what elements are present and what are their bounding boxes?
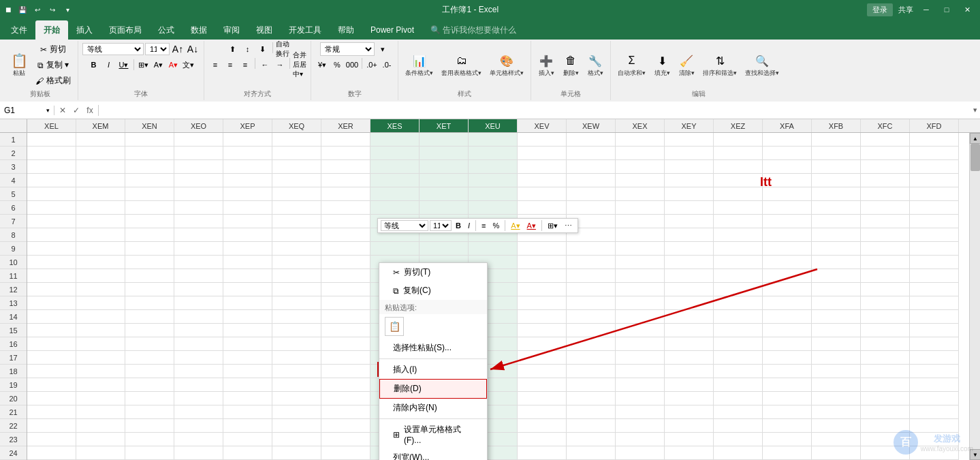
cell-XER10[interactable] bbox=[321, 256, 370, 269]
cell-XFD22[interactable] bbox=[910, 419, 959, 433]
row-num-23[interactable]: 23 bbox=[0, 433, 27, 446]
cell-XEQ1[interactable] bbox=[272, 133, 321, 147]
cell-XEP2[interactable] bbox=[223, 147, 272, 160]
border-button[interactable]: ⊞▾ bbox=[137, 58, 151, 72]
cell-XEV20[interactable] bbox=[518, 392, 567, 405]
cell-XEL13[interactable] bbox=[27, 296, 76, 310]
tab-search[interactable]: 🔍 告诉我你想要做什么 bbox=[422, 20, 524, 40]
cell-XEP22[interactable] bbox=[223, 419, 272, 433]
cell-XEW1[interactable] bbox=[567, 133, 616, 147]
cell-XEW22[interactable] bbox=[567, 419, 616, 433]
cell-XFB23[interactable] bbox=[812, 433, 861, 446]
cell-XEM5[interactable] bbox=[76, 187, 125, 201]
cell-XER11[interactable] bbox=[321, 269, 370, 283]
cell-XEO15[interactable] bbox=[174, 324, 223, 337]
cell-XEX20[interactable] bbox=[616, 392, 665, 405]
cell-XEV16[interactable] bbox=[518, 337, 567, 351]
context-format-cells[interactable]: ⊞ 设置单元格格式(F)... bbox=[379, 420, 487, 448]
cell-XEY7[interactable] bbox=[665, 215, 714, 228]
cell-XET4[interactable] bbox=[420, 174, 469, 187]
comma-button[interactable]: 000 bbox=[345, 58, 359, 72]
cell-XET2[interactable] bbox=[420, 147, 469, 160]
cell-XEW6[interactable] bbox=[567, 201, 616, 215]
cell-XEL18[interactable] bbox=[27, 365, 76, 378]
cell-XEX7[interactable] bbox=[616, 215, 665, 228]
cell-XEY1[interactable] bbox=[665, 133, 714, 147]
cell-XEP24[interactable] bbox=[223, 446, 272, 460]
cell-XFB7[interactable] bbox=[812, 215, 861, 228]
cell-XEQ4[interactable] bbox=[272, 174, 321, 187]
cell-XFC5[interactable] bbox=[861, 187, 910, 201]
table-format-button[interactable]: 🗂 套用表格格式▾ bbox=[439, 51, 484, 79]
cell-XFB19[interactable] bbox=[812, 378, 861, 392]
cell-XFB24[interactable] bbox=[812, 446, 861, 460]
cell-XEN15[interactable] bbox=[125, 324, 174, 337]
cell-XEW20[interactable] bbox=[567, 392, 616, 405]
col-header-XFC[interactable]: XFC bbox=[861, 119, 910, 132]
cell-XFA15[interactable] bbox=[763, 324, 812, 337]
cell-XFB8[interactable] bbox=[812, 228, 861, 242]
cell-XEW14[interactable] bbox=[567, 310, 616, 324]
cell-XFA23[interactable] bbox=[763, 433, 812, 446]
cell-XEW16[interactable] bbox=[567, 337, 616, 351]
cell-XEU4[interactable] bbox=[469, 174, 518, 187]
cell-XFC16[interactable] bbox=[861, 337, 910, 351]
save-button[interactable]: 💾 bbox=[16, 3, 29, 16]
cell-XEV12[interactable] bbox=[518, 283, 567, 296]
cell-XEV18[interactable] bbox=[518, 365, 567, 378]
cell-XEW21[interactable] bbox=[567, 405, 616, 419]
cell-XEP17[interactable] bbox=[223, 351, 272, 365]
align-right-button[interactable]: ≡ bbox=[238, 58, 252, 72]
cell-XFA10[interactable] bbox=[763, 256, 812, 269]
cell-XFC8[interactable] bbox=[861, 228, 910, 242]
decimal-decrease-button[interactable]: .0- bbox=[380, 58, 394, 72]
align-top-button[interactable]: ⬆ bbox=[226, 42, 240, 56]
cell-XEY15[interactable] bbox=[665, 324, 714, 337]
login-button[interactable]: 登录 bbox=[867, 3, 893, 16]
cell-XEN2[interactable] bbox=[125, 147, 174, 160]
cell-XEZ1[interactable] bbox=[714, 133, 763, 147]
cell-XEN7[interactable] bbox=[125, 215, 174, 228]
col-header-XEZ[interactable]: XEZ bbox=[714, 119, 763, 132]
cell-XEN9[interactable] bbox=[125, 242, 174, 256]
clear-button[interactable]: 🧹 清除▾ bbox=[676, 51, 697, 79]
cell-XEO20[interactable] bbox=[174, 392, 223, 405]
cell-XFD17[interactable] bbox=[910, 351, 959, 365]
cell-XEZ5[interactable] bbox=[714, 187, 763, 201]
cell-XEV19[interactable] bbox=[518, 378, 567, 392]
cell-XEZ18[interactable] bbox=[714, 365, 763, 378]
cell-XEP3[interactable] bbox=[223, 160, 272, 174]
cell-XFC10[interactable] bbox=[861, 256, 910, 269]
cell-XEU1[interactable] bbox=[469, 133, 518, 147]
cell-XFD14[interactable] bbox=[910, 310, 959, 324]
cell-XEY17[interactable] bbox=[665, 351, 714, 365]
cell-XES3[interactable] bbox=[370, 160, 420, 174]
row-num-17[interactable]: 17 bbox=[0, 351, 27, 365]
cell-XEQ5[interactable] bbox=[272, 187, 321, 201]
insert-cell-button[interactable]: ➕ 插入▾ bbox=[535, 51, 557, 79]
cell-XFC19[interactable] bbox=[861, 378, 910, 392]
context-cut[interactable]: ✂ 剪切(T) bbox=[379, 263, 487, 281]
sort-filter-button[interactable]: ⇅ 排序和筛选▾ bbox=[700, 51, 740, 79]
cell-XFB4[interactable] bbox=[812, 174, 861, 187]
cell-XEQ7[interactable] bbox=[272, 215, 321, 228]
tab-power-pivot[interactable]: Power Pivot bbox=[362, 20, 422, 40]
cell-XEL20[interactable] bbox=[27, 392, 76, 405]
row-num-2[interactable]: 2 bbox=[0, 147, 27, 160]
cell-XET9[interactable] bbox=[420, 242, 469, 256]
cell-XEZ20[interactable] bbox=[714, 392, 763, 405]
cell-XES6[interactable] bbox=[370, 201, 420, 215]
close-button[interactable]: ✕ bbox=[960, 2, 975, 17]
cell-XFD19[interactable] bbox=[910, 378, 959, 392]
cell-XEO7[interactable] bbox=[174, 215, 223, 228]
cell-XEV4[interactable] bbox=[518, 174, 567, 187]
context-copy[interactable]: ⧉ 复制(C) bbox=[379, 281, 487, 300]
cell-XFC11[interactable] bbox=[861, 269, 910, 283]
cell-XEO8[interactable] bbox=[174, 228, 223, 242]
cell-XEY6[interactable] bbox=[665, 201, 714, 215]
cell-XEX2[interactable] bbox=[616, 147, 665, 160]
cell-XEL15[interactable] bbox=[27, 324, 76, 337]
autosum-button[interactable]: Σ 自动求和▾ bbox=[615, 51, 648, 79]
cell-XEQ17[interactable] bbox=[272, 351, 321, 365]
cell-XEN3[interactable] bbox=[125, 160, 174, 174]
